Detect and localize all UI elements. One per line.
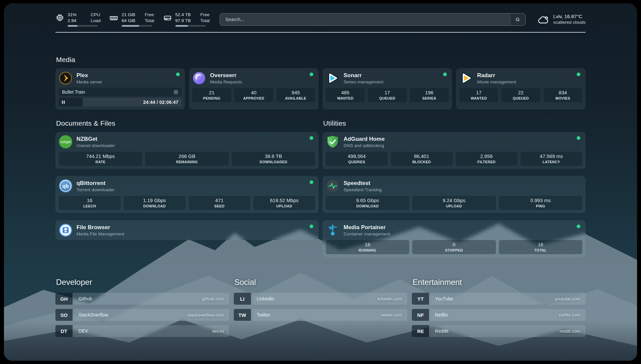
stat-pending: 21 PENDING <box>192 88 231 102</box>
service-card-speedtest[interactable]: Speedtest Speedtest Tracking 9.65 Gbps D… <box>322 176 586 213</box>
plex-now-playing-row: Bullet Train <box>59 88 182 96</box>
stat-download: 9.65 Gbps DOWNLOAD <box>326 196 409 210</box>
radarr-icon <box>459 71 473 85</box>
memory-total-label: Total <box>145 18 154 24</box>
resource-cpu: 31% 2.94 CPU Load <box>55 12 101 27</box>
bookmark-url: github.com <box>202 296 229 301</box>
bookmark-abbr: LI <box>234 293 251 305</box>
service-card-plex[interactable]: Plex Media server Bullet Train <box>55 68 185 109</box>
service-name: Plex <box>76 72 102 79</box>
snow-specks <box>4 3 5 4</box>
top-bar: 31% 2.94 CPU Load <box>55 3 586 27</box>
stat-wanted: 17 WANTED <box>459 88 498 102</box>
stat-rate: 744.21 Mbps RATE <box>59 152 142 166</box>
bookmark-abbr: TW <box>234 309 251 321</box>
stat-stopped: 0 STOPPED <box>412 240 496 254</box>
memory-icon <box>109 13 118 22</box>
disk-progress-bar <box>175 25 206 27</box>
service-card-radarr[interactable]: Radarr Movie management 17 WANTED 22 QUE… <box>456 68 586 109</box>
section-title-social: Social <box>234 278 408 287</box>
service-card-adguard[interactable]: AdGuard Home DNS and adblocking 498,564 … <box>322 132 586 169</box>
stat-seed: 471 SEED <box>189 196 251 210</box>
filebrowser-icon <box>59 223 73 237</box>
cpu-progress-bar <box>68 25 98 27</box>
search-provider-button[interactable]: G <box>510 14 525 25</box>
status-indicator <box>577 73 580 76</box>
service-desc: Series management <box>344 79 383 85</box>
service-card-overseerr[interactable]: Overseerr Media Requests 21 PENDING 40 A… <box>189 68 319 109</box>
service-desc: Torrent downloader <box>76 187 115 193</box>
service-desc: DNS and adblocking <box>344 143 385 148</box>
bookmark-linkedin[interactable]: LI LinkedIn linkedin.com <box>234 293 408 305</box>
service-name: qBittorrent <box>76 180 115 187</box>
stat-remaining: 266 GB REMAINING <box>145 152 229 166</box>
overseerr-icon <box>192 71 206 85</box>
now-playing-title: Bullet Train <box>62 89 85 95</box>
status-indicator <box>310 225 313 228</box>
stat-blocked: 86,401 BLOCKED <box>391 152 453 166</box>
header-divider <box>55 32 586 33</box>
bookmark-dev[interactable]: DT DEV dev.to <box>55 325 229 337</box>
service-name: File Browser <box>76 224 124 231</box>
service-name: Sonarr <box>344 72 383 79</box>
stat-queued: 17 QUEUED <box>368 88 407 102</box>
bookmark-stackoverflow[interactable]: SO StackOverflow stackoverflow.com <box>55 309 229 321</box>
pause-icon[interactable] <box>62 100 65 104</box>
stream-view-icon[interactable] <box>173 90 178 95</box>
search-input[interactable] <box>220 14 510 25</box>
bookmark-url: reddit.com <box>560 329 586 334</box>
weather-widget[interactable]: Lviv, 16.87°C scattered clouds <box>537 13 586 25</box>
status-indicator <box>443 73 447 76</box>
bookmark-github[interactable]: GH Github github.com <box>55 293 229 305</box>
bookmark-url: dev.to <box>212 329 229 334</box>
disk-total-label: Total <box>200 18 210 24</box>
bookmark-url: linkedin.com <box>377 296 407 301</box>
stat-upload: 618.52 Mbps UPLOAD <box>253 196 315 210</box>
svg-text:qb: qb <box>62 183 69 189</box>
adguard-icon <box>326 135 340 149</box>
service-card-portainer[interactable]: Media Portainer Container management 16 … <box>322 220 586 257</box>
service-desc: Movie management <box>477 79 516 85</box>
stat-series: 196 SERIES <box>410 88 449 102</box>
disk-icon <box>163 13 172 22</box>
bookmark-youtube[interactable]: YT YouTube youtube.com <box>412 293 586 305</box>
service-desc: Speedtest Tracking <box>344 187 382 193</box>
service-card-nzbget[interactable]: nzbget NZBGet Usenet downloader 744.21 M… <box>55 132 319 169</box>
service-name: Overseerr <box>210 72 242 79</box>
bookmark-url: stackoverflow.com <box>187 313 229 318</box>
status-indicator <box>310 180 313 184</box>
stat-ping: 0.993 ms PING <box>499 196 582 210</box>
cpu-load-value: 2.94 <box>68 18 85 24</box>
service-card-filebrowser[interactable]: File Browser Media File Management <box>55 220 319 240</box>
stat-running: 16 RUNNING <box>326 240 409 254</box>
dashboard-window: 31% 2.94 CPU Load <box>4 3 637 361</box>
stat-download: 1.19 Gbps DOWNLOAD <box>124 196 186 210</box>
service-card-sonarr[interactable]: Sonarr Series management 485 WANTED 17 Q… <box>322 68 452 109</box>
weather-condition: scattered clouds <box>553 19 586 25</box>
bookmark-abbr: YT <box>412 293 429 305</box>
stat-downloaded: 39.6 TB DOWNLOADED <box>232 152 315 166</box>
bookmark-netflix[interactable]: NF Netflix netflix.com <box>412 309 586 321</box>
resource-memory: 21 GiB 64 GiB Free Total <box>109 12 154 27</box>
stat-upload: 9.24 Gbps UPLOAD <box>412 196 496 210</box>
stat-wanted: 485 WANTED <box>326 88 365 102</box>
bookmark-name: StackOverflow <box>73 312 108 318</box>
service-desc: Media File Management <box>76 231 124 237</box>
bookmark-abbr: DT <box>55 325 73 337</box>
section-title-utilities: Utilities <box>323 119 586 127</box>
search-bar[interactable]: G <box>220 13 526 26</box>
memory-progress-bar <box>122 25 152 27</box>
service-card-qbittorrent[interactable]: qb qBittorrent Torrent downloader 16 LEE… <box>55 176 319 213</box>
plex-player-bar: 24:44 / 02:06:47 <box>59 98 182 106</box>
bookmark-name: YouTube <box>429 296 453 301</box>
stat-latency: 47.569 ms LATENCY <box>520 152 582 166</box>
service-name: Radarr <box>477 72 516 79</box>
bookmark-name: LinkedIn <box>251 296 274 301</box>
bookmark-twitter[interactable]: TW Twitter twitter.com <box>234 309 408 321</box>
memory-free-label: Free <box>145 12 154 18</box>
service-desc: Media server <box>76 79 102 85</box>
playback-progress <box>59 98 83 106</box>
bookmark-reddit[interactable]: RE Reddit reddit.com <box>412 325 586 337</box>
disk-total-value: 97.9 TB <box>175 18 195 24</box>
stat-total: 16 TOTAL <box>499 240 582 254</box>
